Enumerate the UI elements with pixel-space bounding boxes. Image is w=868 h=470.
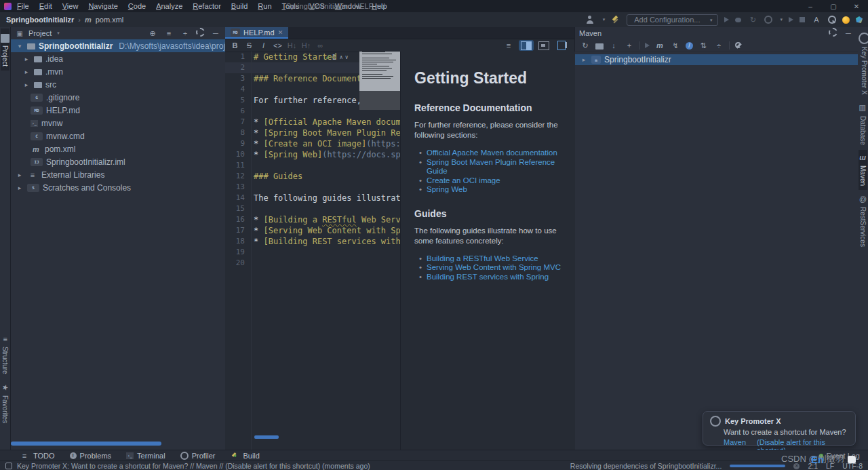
dependencies-icon[interactable]: ⇅ bbox=[698, 40, 709, 51]
code-line[interactable]: The following guides illustrate ho bbox=[254, 193, 400, 203]
chevron-right-icon[interactable]: ▸ bbox=[580, 56, 588, 63]
attach-debugger-icon[interactable]: ↯ bbox=[670, 40, 681, 51]
tool-tab-database[interactable]: ▤Database bbox=[859, 100, 867, 149]
download-sources-icon[interactable]: ↓ bbox=[608, 40, 619, 51]
tree-row-src[interactable]: ▸src bbox=[11, 78, 225, 91]
build-hammer-icon[interactable] bbox=[611, 15, 620, 24]
tree-row-springbootinitializr-iml[interactable]: IJSpringbootInitializr.iml bbox=[11, 155, 225, 168]
tool-window-problems[interactable]: !Problems bbox=[70, 450, 111, 461]
editor-horizontal-scrollbar[interactable] bbox=[254, 435, 279, 439]
debug-icon[interactable] bbox=[735, 18, 741, 22]
preview-link[interactable]: Create an OCI image bbox=[427, 176, 500, 184]
project-panel-title[interactable]: Project bbox=[28, 29, 52, 37]
tool-tab-favorites[interactable]: ★Favorites bbox=[1, 380, 9, 427]
code-line[interactable]: * [Building REST services with Sp bbox=[254, 236, 400, 247]
add-configuration-dropdown[interactable]: Add Configuration... ▾ bbox=[627, 14, 718, 26]
tree-row-root[interactable]: ▾SpringbootInitializrD:\Mysofts\javasoft… bbox=[11, 39, 225, 52]
header-up-icon[interactable]: H↑ bbox=[301, 40, 312, 51]
next-issue-icon[interactable]: ∨ bbox=[345, 54, 349, 60]
menu-view[interactable]: View bbox=[62, 2, 79, 10]
code-line[interactable]: * [Serving Web Content with Sprin bbox=[254, 225, 400, 236]
code-line[interactable] bbox=[254, 182, 400, 193]
tool-tab-restservices[interactable]: @RestServices bbox=[859, 191, 867, 251]
plugin-orange-icon[interactable] bbox=[842, 16, 850, 24]
preview-only-button[interactable] bbox=[536, 40, 551, 51]
breadcrumb-project[interactable]: SpringbootInitializr bbox=[6, 16, 74, 24]
chevron-down-icon[interactable]: ▾ bbox=[57, 31, 60, 36]
code-line[interactable] bbox=[254, 258, 400, 269]
project-horizontal-scrollbar[interactable] bbox=[11, 442, 161, 446]
tool-window-build[interactable]: Build bbox=[230, 450, 259, 461]
skip-tests-icon[interactable]: / bbox=[686, 42, 693, 50]
code-line[interactable]: ### Guides bbox=[254, 171, 400, 182]
menu-refactor[interactable]: Refactor bbox=[193, 2, 221, 10]
prev-issue-icon[interactable]: ∧ bbox=[340, 54, 343, 60]
menu-run[interactable]: Run bbox=[258, 2, 271, 10]
tree-row-scratches-and-consoles[interactable]: ▸SScratches and Consoles bbox=[11, 181, 225, 194]
expand-collapse-icon[interactable]: ÷ bbox=[180, 28, 191, 39]
breadcrumb-file[interactable]: pom.xml bbox=[96, 16, 124, 24]
tool-window-profiler[interactable]: Profiler bbox=[180, 450, 216, 461]
code-line[interactable] bbox=[254, 160, 400, 171]
code-line[interactable]: * [Create an OCI image](https://d bbox=[254, 138, 400, 149]
settings-wrench-icon[interactable] bbox=[734, 42, 742, 50]
preview-link[interactable]: Spring Boot Maven Plugin Reference Guide bbox=[427, 158, 555, 176]
chevron-right-icon[interactable]: ▸ bbox=[22, 56, 31, 62]
menu-edit[interactable]: Edit bbox=[39, 2, 52, 10]
code-line[interactable]: * [Spring Web](https://docs.sprin bbox=[254, 149, 400, 160]
hide-panel-icon[interactable]: ─ bbox=[843, 28, 854, 39]
settings-gear-icon[interactable] bbox=[196, 28, 205, 37]
tool-tab-structure[interactable]: ≡Structure bbox=[1, 331, 9, 378]
run-disabled-icon[interactable] bbox=[645, 43, 650, 48]
menu-navigate[interactable]: Navigate bbox=[88, 2, 117, 10]
chevron-down-icon[interactable]: ▾ bbox=[16, 43, 24, 50]
chevron-right-icon[interactable]: ▸ bbox=[16, 172, 24, 178]
strikethrough-icon[interactable]: S bbox=[244, 40, 255, 51]
chevron-right-icon[interactable]: ▸ bbox=[22, 81, 31, 88]
bold-icon[interactable]: B bbox=[230, 40, 241, 51]
run-alt-icon[interactable] bbox=[789, 17, 793, 22]
maven-project-row[interactable]: ▸ m SpringbootInitializr bbox=[575, 54, 858, 65]
locate-icon[interactable]: ⊕ bbox=[147, 28, 158, 39]
close-icon[interactable]: ✕ bbox=[845, 0, 868, 12]
markdown-editor[interactable]: 1234567891011121314151617181920 # Gettin… bbox=[225, 52, 400, 450]
profiler-icon[interactable] bbox=[764, 16, 772, 24]
code-minimap[interactable] bbox=[359, 52, 400, 110]
tool-window-todo[interactable]: ≡TODO bbox=[19, 450, 55, 461]
settings-gear-icon[interactable] bbox=[829, 28, 837, 37]
menu-code[interactable]: Code bbox=[128, 2, 146, 10]
code-line[interactable] bbox=[254, 203, 400, 214]
tool-tab-maven[interactable]: mMaven bbox=[859, 150, 867, 190]
italic-icon[interactable]: I bbox=[258, 40, 269, 51]
add-icon[interactable]: + bbox=[624, 40, 635, 51]
translate-icon[interactable]: A bbox=[811, 14, 822, 25]
reimport-icon[interactable]: ↻ bbox=[580, 40, 591, 51]
preview-link[interactable]: Building REST services with Spring bbox=[427, 273, 549, 281]
tree-row-help-md[interactable]: MDHELP.md bbox=[11, 104, 225, 117]
tree-row-mvnw[interactable]: ›_mvnw bbox=[11, 117, 225, 130]
close-icon[interactable]: ✕ bbox=[278, 29, 283, 36]
tree-row--mvn[interactable]: ▸.mvn bbox=[11, 65, 225, 78]
code-line[interactable]: * [Spring Boot Maven Plugin Refere bbox=[254, 128, 400, 138]
maximize-icon[interactable]: ▢ bbox=[822, 0, 845, 12]
generate-sources-icon[interactable] bbox=[595, 43, 604, 50]
tree-row-external-libraries[interactable]: ▸≡External Libraries bbox=[11, 168, 225, 181]
status-icon[interactable] bbox=[5, 463, 12, 469]
tool-tab-key-promoter-x[interactable]: Key Promoter X bbox=[859, 28, 868, 99]
minimize-icon[interactable]: – bbox=[799, 0, 822, 12]
tool-window-terminal[interactable]: ›_Terminal bbox=[126, 450, 165, 461]
tree-row--idea[interactable]: ▸.idea bbox=[11, 52, 225, 65]
tool-tab-project[interactable]: Project bbox=[1, 28, 9, 71]
code-line[interactable] bbox=[254, 247, 400, 258]
tab-help-md[interactable]: MD HELP.md ✕ bbox=[225, 27, 288, 39]
execute-goal-icon[interactable]: m bbox=[654, 40, 665, 51]
preview-link[interactable]: Spring Web bbox=[427, 185, 467, 193]
preview-link[interactable]: Official Apache Maven documentation bbox=[427, 149, 557, 157]
chevron-right-icon[interactable]: ▸ bbox=[22, 68, 31, 75]
code-line[interactable]: * [Building a RESTful Web Service bbox=[254, 214, 400, 225]
sync-scroll-button[interactable] bbox=[554, 40, 569, 51]
coverage-icon[interactable]: ↻ bbox=[747, 14, 758, 25]
run-icon[interactable] bbox=[724, 17, 729, 22]
editor-only-button[interactable]: ≡ bbox=[501, 40, 516, 51]
menu-build[interactable]: Build bbox=[231, 2, 248, 10]
